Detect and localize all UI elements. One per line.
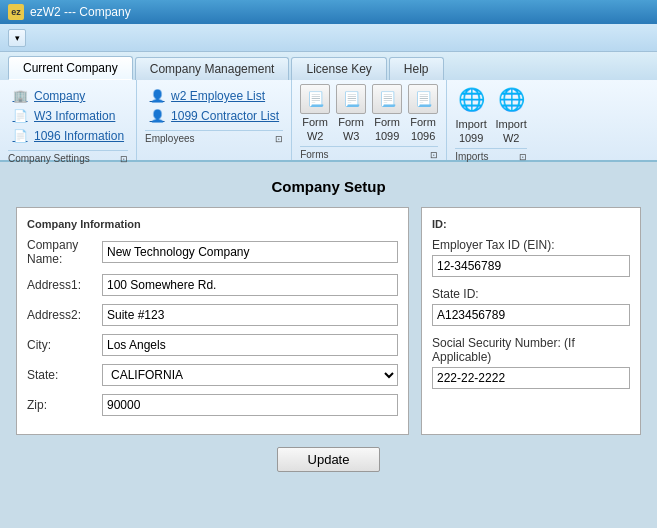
employees-label: Employees ⊡ bbox=[145, 130, 283, 144]
import-w2-btn[interactable]: 🌐 Import W2 bbox=[495, 84, 527, 144]
tab-current-company[interactable]: Current Company bbox=[8, 56, 133, 80]
forms-section: 📃 Form W2 📃 Form W3 📃 Form 1099 📃 Form 1… bbox=[292, 80, 447, 160]
company-name-row: Company Name: bbox=[27, 238, 398, 266]
address1-row: Address1: bbox=[27, 274, 398, 296]
form-w2-icon: 📃 bbox=[300, 84, 330, 114]
tab-license-key[interactable]: License Key bbox=[291, 57, 386, 80]
company-settings-expand[interactable]: ⊡ bbox=[120, 154, 128, 164]
form-1099-icon: 📃 bbox=[372, 84, 402, 114]
form-w3-icon: 📃 bbox=[336, 84, 366, 114]
company-icon: 🏢 bbox=[12, 88, 28, 104]
imports-expand[interactable]: ⊡ bbox=[519, 152, 527, 162]
address1-input[interactable] bbox=[102, 274, 398, 296]
employee-icon-1: 👤 bbox=[149, 88, 165, 104]
zip-label: Zip: bbox=[27, 398, 102, 412]
company-settings-label: Company Settings ⊡ bbox=[8, 150, 128, 164]
tab-company-management[interactable]: Company Management bbox=[135, 57, 290, 80]
state-id-input[interactable] bbox=[432, 304, 630, 326]
zip-input[interactable] bbox=[102, 394, 398, 416]
id-section-label: ID: bbox=[432, 218, 630, 230]
content-panels: Company Information Company Name: Addres… bbox=[16, 207, 641, 435]
employee-icon-2: 👤 bbox=[149, 108, 165, 124]
state-select[interactable]: CALIFORNIA ALABAMA ALASKA ARIZONA NEW YO… bbox=[102, 364, 398, 386]
nav-w3-information[interactable]: 📄 W3 Information bbox=[8, 106, 128, 126]
nav-1099-contractor-list[interactable]: 👤 1099 Contractor List bbox=[145, 106, 283, 126]
import-w2-icon: 🌐 bbox=[495, 84, 527, 116]
forms-items: 📃 Form W2 📃 Form W3 📃 Form 1099 📃 Form 1… bbox=[300, 84, 438, 142]
imports-items: 🌐 Import 1099 🌐 Import W2 bbox=[455, 84, 527, 144]
update-button[interactable]: Update bbox=[277, 447, 381, 472]
form-1099-btn[interactable]: 📃 Form 1099 bbox=[372, 84, 402, 142]
left-panel-title: Company Information bbox=[27, 218, 398, 230]
employer-tax-label: Employer Tax ID (EIN): bbox=[432, 238, 630, 252]
tab-help[interactable]: Help bbox=[389, 57, 444, 80]
state-id-label: State ID: bbox=[432, 287, 630, 301]
forms-label: Forms ⊡ bbox=[300, 146, 438, 160]
company-name-label: Company Name: bbox=[27, 238, 102, 266]
company-settings-section: 🏢 Company 📄 W3 Information 📄 1096 Inform… bbox=[0, 80, 137, 160]
w3-icon: 📄 bbox=[12, 108, 28, 124]
left-panel: Company Information Company Name: Addres… bbox=[16, 207, 409, 435]
form-w2-btn[interactable]: 📃 Form W2 bbox=[300, 84, 330, 142]
import-1099-btn[interactable]: 🌐 Import 1099 bbox=[455, 84, 487, 144]
employees-section: 👤 w2 Employee List 👤 1099 Contractor Lis… bbox=[137, 80, 292, 160]
nav-company[interactable]: 🏢 Company bbox=[8, 86, 128, 106]
form-1096-btn[interactable]: 📃 Form 1096 bbox=[408, 84, 438, 142]
page-title: Company Setup bbox=[16, 178, 641, 195]
nav-w2-employee-list[interactable]: 👤 w2 Employee List bbox=[145, 86, 283, 106]
imports-section: 🌐 Import 1099 🌐 Import W2 Imports ⊡ bbox=[447, 80, 535, 160]
right-panel: ID: Employer Tax ID (EIN): State ID: Soc… bbox=[421, 207, 641, 435]
forms-expand[interactable]: ⊡ bbox=[430, 150, 438, 160]
form-1096-icon: 📃 bbox=[408, 84, 438, 114]
city-label: City: bbox=[27, 338, 102, 352]
nav-1096-information[interactable]: 📄 1096 Information bbox=[8, 126, 128, 146]
title-bar-text: ezW2 --- Company bbox=[30, 5, 131, 19]
import-1099-icon: 🌐 bbox=[455, 84, 487, 116]
address1-label: Address1: bbox=[27, 278, 102, 292]
address2-label: Address2: bbox=[27, 308, 102, 322]
state-row: State: CALIFORNIA ALABAMA ALASKA ARIZONA… bbox=[27, 364, 398, 386]
address2-row: Address2: bbox=[27, 304, 398, 326]
employees-expand[interactable]: ⊡ bbox=[275, 134, 283, 144]
title-bar: ez ezW2 --- Company bbox=[0, 0, 657, 24]
1096-icon: 📄 bbox=[12, 128, 28, 144]
app-icon: ez bbox=[8, 4, 24, 20]
main-content: Company Setup Company Information Compan… bbox=[0, 162, 657, 528]
city-input[interactable] bbox=[102, 334, 398, 356]
employer-tax-input[interactable] bbox=[432, 255, 630, 277]
state-label: State: bbox=[27, 368, 102, 382]
company-name-input[interactable] bbox=[102, 241, 398, 263]
zip-row: Zip: bbox=[27, 394, 398, 416]
update-bar: Update bbox=[16, 447, 641, 472]
quick-access-toolbar: ▾ bbox=[0, 24, 657, 52]
ribbon: 🏢 Company 📄 W3 Information 📄 1096 Inform… bbox=[0, 80, 657, 162]
imports-label: Imports ⊡ bbox=[455, 148, 527, 162]
ssn-label: Social Security Number: (If Applicable) bbox=[432, 336, 630, 364]
form-w3-btn[interactable]: 📃 Form W3 bbox=[336, 84, 366, 142]
ribbon-tabs: Current Company Company Management Licen… bbox=[0, 52, 657, 80]
quick-access-btn-1[interactable]: ▾ bbox=[8, 29, 26, 47]
address2-input[interactable] bbox=[102, 304, 398, 326]
city-row: City: bbox=[27, 334, 398, 356]
ssn-input[interactable] bbox=[432, 367, 630, 389]
